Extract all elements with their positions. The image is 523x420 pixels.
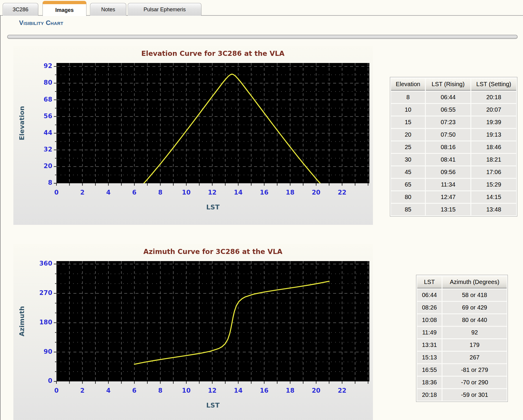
column-header: Azimuth (Degrees) [442,276,507,288]
table-cell: 13:15 [426,204,470,215]
table-cell: -70 or 290 [442,377,507,388]
table-cell: 80 or 440 [442,314,507,326]
table-row: 13:31 179 [417,339,507,351]
table-header-row: LST Azimuth (Degrees) [417,276,507,288]
table-cell: 30 [391,154,425,165]
table-cell: 06:55 [426,104,470,116]
table-cell: 10 [391,104,425,116]
table-cell: 07:23 [426,116,470,128]
table-cell: 08:16 [426,141,470,153]
table-row: 10:08 80 or 440 [417,314,507,326]
table-cell: 65 [391,179,425,190]
table-row: 16:55 -81 or 279 [417,364,507,376]
table-cell: 14:15 [471,191,516,203]
table-cell: 20:18 [471,91,516,103]
table-cell: 08:26 [417,302,442,313]
table-cell: 13:48 [471,204,516,215]
table-row: 18:36 -70 or 290 [417,377,507,388]
application-window: 3C286 Images Notes Pulsar Ephemeris Visi… [0,0,523,420]
table-cell: 16:55 [417,364,442,376]
azimuth-table: LST Azimuth (Degrees) 06:44 58 or 418 08… [416,275,508,402]
horizontal-divider [7,35,518,39]
table-cell: 11:49 [417,327,442,338]
table-cell: 85 [391,204,425,215]
table-row: 15 07:23 19:39 [391,116,516,128]
elevation-rise-set-table: Elevation LST (Rising) LST (Setting) 8 0… [390,77,517,217]
table-cell: 15 [391,116,425,128]
table-cell: 10:08 [417,314,442,326]
tab-label: 3C286 [12,7,28,13]
table-cell: 15:13 [417,352,442,363]
table-row: 65 11:34 15:29 [391,179,516,190]
table-row: 11:49 92 [417,327,507,338]
table-cell: 92 [442,327,507,338]
table-row: 85 13:15 13:48 [391,204,516,215]
page-title: Visibility Chart [19,19,63,27]
content-left-border [0,15,1,420]
table-cell: 11:34 [426,179,470,190]
column-header: LST (Setting) [471,78,516,91]
tab-3c286[interactable]: 3C286 [3,3,38,16]
table-row: 10 06:55 20:07 [391,104,516,116]
column-header: LST [417,276,442,288]
tab-pulsar-ephemeris[interactable]: Pulsar Ephemeris [128,3,201,16]
table-cell: 07:50 [426,129,470,140]
table-cell: 18:21 [471,154,516,165]
table-header-row: Elevation LST (Rising) LST (Setting) [391,78,516,91]
table-row: 80 12:47 14:15 [391,191,516,203]
table-cell: 19:39 [471,116,516,128]
table-cell: 8 [391,91,425,103]
table-row: 8 06:44 20:18 [391,91,516,103]
column-header: LST (Rising) [426,78,470,91]
table-cell: 80 [391,191,425,203]
table-row: 20 07:50 19:13 [391,129,516,140]
table-cell: 267 [442,352,507,363]
table-cell: 06:44 [426,91,470,103]
table-cell: 20:18 [417,389,442,401]
column-header: Elevation [391,78,425,91]
table-cell: 20:07 [471,104,516,116]
table-cell: 69 or 429 [442,302,507,313]
tab-label: Pulsar Ephemeris [144,7,186,13]
table-cell: 12:47 [426,191,470,203]
table-cell: 19:13 [471,129,516,140]
table-cell: 08:41 [426,154,470,165]
table-cell: 179 [442,339,507,351]
table-cell: 45 [391,166,425,178]
table-cell: 09:56 [426,166,470,178]
table-cell: 18:36 [417,377,442,388]
table-cell: -81 or 279 [442,364,507,376]
table-cell: 17:06 [471,166,516,178]
tab-label: Notes [101,7,115,13]
table-cell: 18:46 [471,141,516,153]
tab-label: Images [55,7,74,13]
tab-notes[interactable]: Notes [90,3,126,16]
azimuth-chart-canvas [13,244,373,420]
table-cell: 06:44 [417,289,442,301]
table-row: 25 08:16 18:46 [391,141,516,153]
table-row: 06:44 58 or 418 [417,289,507,301]
tab-images[interactable]: Images [42,1,86,16]
elevation-chart-canvas [13,46,373,225]
table-row: 15:13 267 [417,352,507,363]
table-cell: 58 or 418 [442,289,507,301]
table-cell: 15:29 [471,179,516,190]
table-row: 30 08:41 18:21 [391,154,516,165]
table-cell: 25 [391,141,425,153]
table-cell: 13:31 [417,339,442,351]
table-cell: -59 or 301 [442,389,507,401]
table-row: 45 09:56 17:06 [391,166,516,178]
table-row: 08:26 69 or 429 [417,302,507,313]
table-row: 20:18 -59 or 301 [417,389,507,401]
table-cell: 20 [391,129,425,140]
